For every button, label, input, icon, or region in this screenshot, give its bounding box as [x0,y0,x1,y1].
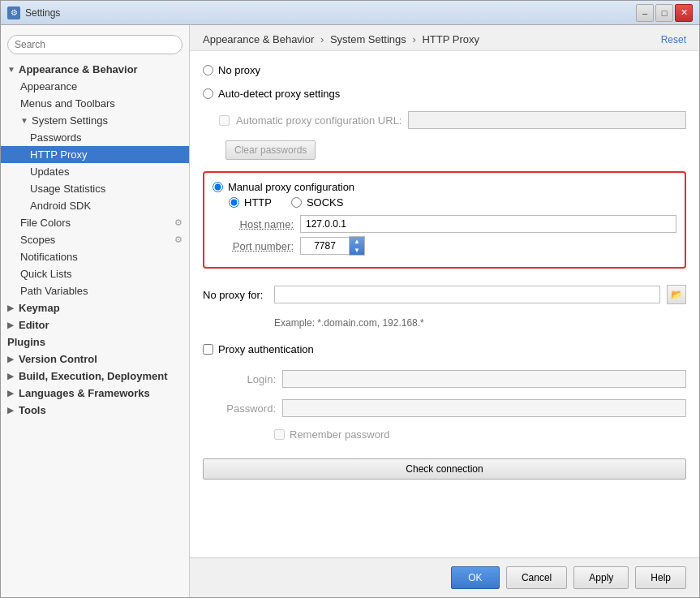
sidebar-item-updates[interactable]: Updates [1,163,189,180]
proxy-section: No proxy Auto-detect proxy settings Auto… [203,64,686,480]
remember-label[interactable]: Remember password [290,428,390,441]
no-proxy-label[interactable]: No proxy [218,64,260,76]
auto-detect-radio[interactable] [203,88,213,99]
sidebar-item-system-settings[interactable]: ▼ System Settings [1,112,189,129]
content-area: Appearance & Behavior › System Settings … [190,25,699,597]
sidebar-item-plugins[interactable]: Plugins [1,333,189,351]
window-icon: ⚙ [7,6,20,19]
sidebar-item-passwords[interactable]: Passwords [1,129,189,146]
remember-row: Remember password [274,428,686,441]
no-proxy-for-row: No proxy for: 📂 [203,285,686,304]
settings-window: ⚙ Settings – □ ✕ ▼ Appearance & Behavior… [0,0,700,598]
auto-config-input[interactable] [408,111,686,129]
sidebar-item-build-execution[interactable]: ▶ Build, Execution, Deployment [1,368,189,385]
sidebar-item-languages-frameworks[interactable]: ▶ Languages & Frameworks [1,385,189,402]
http-radio[interactable] [229,197,239,208]
bottom-bar: OK Cancel Apply Help [190,557,699,597]
manual-proxy-section: Manual proxy configuration HTTP [203,171,686,269]
sidebar: ▼ Appearance & Behavior Appearance Menus… [1,25,190,597]
file-colors-icon: ⚙ [174,217,183,228]
spinner-buttons: ▲ ▼ [349,236,365,256]
ok-button[interactable]: OK [451,566,500,589]
password-label: Password: [219,402,276,415]
no-proxy-row: No proxy [203,64,686,76]
maximize-button[interactable]: □ [655,4,673,22]
help-button[interactable]: Help [635,566,686,589]
close-button[interactable]: ✕ [675,4,693,22]
no-proxy-radio[interactable] [203,65,213,75]
sidebar-item-quick-lists[interactable]: Quick Lists [1,265,189,282]
check-connection-button[interactable]: Check connection [203,458,686,480]
port-input[interactable] [300,237,349,255]
sidebar-item-editor[interactable]: ▶ Editor [1,316,189,333]
content-header: Appearance & Behavior › System Settings … [190,25,699,51]
http-socks-row: HTTP SOCKS [229,196,676,209]
expand-icon: ▶ [7,321,15,329]
sidebar-item-file-colors[interactable]: File Colors ⚙ [1,214,189,231]
main-content: ▼ Appearance & Behavior Appearance Menus… [1,25,699,597]
login-label: Login: [219,373,276,385]
expand-icon: ▶ [7,372,15,381]
http-radio-label[interactable]: HTTP [229,196,272,209]
apply-button[interactable]: Apply [573,566,629,589]
expand-icon: ▶ [7,389,15,398]
remember-checkbox[interactable] [274,429,285,440]
host-name-input[interactable] [300,215,676,233]
socks-radio[interactable] [291,197,302,208]
expand-icon: ▼ [20,116,28,125]
reset-link[interactable]: Reset [661,34,686,45]
sidebar-item-notifications[interactable]: Notifications [1,248,189,265]
scopes-icon: ⚙ [174,234,183,245]
sidebar-item-scopes[interactable]: Scopes ⚙ [1,231,189,248]
proxy-auth-checkbox[interactable] [203,344,213,355]
host-name-row: Host name: [229,215,676,233]
sidebar-item-path-variables[interactable]: Path Variables [1,282,189,299]
spinner-up-button[interactable]: ▲ [350,237,364,246]
expand-icon: ▶ [7,406,15,415]
expand-icon: ▶ [7,303,15,312]
cancel-button[interactable]: Cancel [506,566,567,589]
sidebar-item-appearance-behavior[interactable]: ▼ Appearance & Behavior [1,61,189,78]
sidebar-item-http-proxy[interactable]: HTTP Proxy [1,146,189,163]
content-body: No proxy Auto-detect proxy settings Auto… [190,51,699,557]
login-row: Login: [219,370,686,388]
manual-proxy-radio[interactable] [213,182,223,192]
host-name-label: Host name: [229,218,294,230]
spinner-down-button[interactable]: ▼ [350,246,364,255]
window-controls: – □ ✕ [636,4,693,22]
auto-config-checkbox[interactable] [219,115,230,126]
manual-proxy-row: Manual proxy configuration [213,181,676,193]
window-title: Settings [25,7,636,19]
auto-config-row: Automatic proxy configuration URL: [219,111,686,129]
no-proxy-for-label: No proxy for: [203,289,268,301]
clear-passwords-button[interactable]: Clear passwords [225,140,316,160]
sidebar-item-tools[interactable]: ▶ Tools [1,402,189,419]
sidebar-item-keymap[interactable]: ▶ Keymap [1,299,189,316]
window-body: ▼ Appearance & Behavior Appearance Menus… [1,25,699,597]
sidebar-item-version-control[interactable]: ▶ Version Control [1,351,189,368]
minimize-button[interactable]: – [636,4,654,22]
proxy-auth-row: Proxy authentication [203,343,686,355]
sidebar-item-menus-toolbars[interactable]: Menus and Toolbars [1,95,189,112]
expand-icon: ▶ [7,355,15,364]
socks-radio-label[interactable]: SOCKS [291,196,344,209]
sidebar-item-android-sdk[interactable]: Android SDK [1,197,189,214]
sidebar-item-usage-statistics[interactable]: Usage Statistics [1,180,189,197]
port-number-row: Port number: ▲ ▼ [229,236,676,256]
auto-detect-label[interactable]: Auto-detect proxy settings [218,88,340,100]
sidebar-item-appearance[interactable]: Appearance [1,78,189,95]
search-input[interactable] [7,35,183,54]
port-number-label: Port number: [229,240,294,252]
login-input[interactable] [282,370,686,388]
password-input[interactable] [282,399,686,417]
manual-proxy-label[interactable]: Manual proxy configuration [228,181,354,193]
no-proxy-for-input[interactable] [274,286,660,303]
port-spinner: ▲ ▼ [300,236,365,256]
auto-detect-row: Auto-detect proxy settings [203,88,686,100]
example-text: Example: *.domain.com, 192.168.* [274,317,686,329]
password-row: Password: [219,399,686,417]
expand-icon: ▼ [7,65,15,74]
proxy-auth-label[interactable]: Proxy authentication [218,343,314,355]
browse-button[interactable]: 📂 [667,285,686,304]
clear-passwords-wrap: Clear passwords [219,140,686,160]
